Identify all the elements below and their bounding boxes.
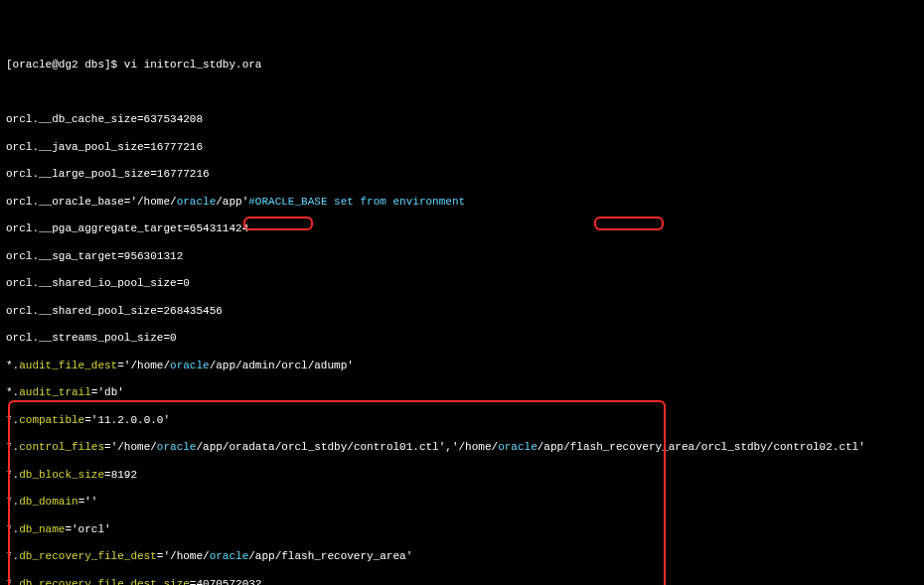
param-line: *.compatible='11.2.0.0.0' [6,414,918,428]
param-line: orcl.__sga_target=956301312 [6,250,918,264]
param-line: *.db_name='orcl' [6,523,918,537]
param-line: orcl.__pga_aggregate_target=654311424 [6,222,918,236]
param-line: *.db_recovery_file_dest_size=4070572032 [6,578,918,586]
param-line: orcl.__oracle_base='/home/oracle/app'#OR… [6,196,918,210]
param-line: *.control_files='/home/oracle/app/oradat… [6,441,918,455]
param-line: orcl.__large_pool_size=16777216 [6,168,918,182]
param-line: *.db_block_size=8192 [6,469,918,483]
param-line: orcl.__shared_io_pool_size=0 [6,277,918,291]
param-line: orcl.__streams_pool_size=0 [6,332,918,346]
param-line: orcl.__shared_pool_size=268435456 [6,305,918,319]
terminal[interactable]: [oracle@dg2 dbs]$ vi initorcl_stdby.ora … [6,45,918,585]
blank-line [6,86,918,100]
param-line: *.db_domain='' [6,496,918,510]
param-line: orcl.__db_cache_size=637534208 [6,113,918,127]
param-line: orcl.__java_pool_size=16777216 [6,141,918,155]
param-line: *.audit_trail='db' [6,386,918,400]
param-line: *.audit_file_dest='/home/oracle/app/admi… [6,360,918,373]
prompt-line: [oracle@dg2 dbs]$ vi initorcl_stdby.ora [6,59,918,73]
param-line: *.db_recovery_file_dest='/home/oracle/ap… [6,550,918,564]
